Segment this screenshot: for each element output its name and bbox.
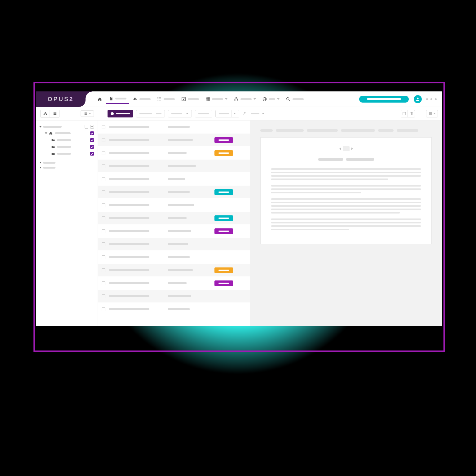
row-cell-2 [168,308,214,310]
table-row[interactable] [98,212,250,225]
svg-rect-15 [234,99,235,100]
tree-collapsed-node[interactable] [40,165,94,170]
svg-rect-2 [157,97,158,98]
status-tag [214,137,233,143]
tree-collapsed-node[interactable] [40,160,94,165]
nav-sitemap[interactable] [231,95,258,104]
view-list-button[interactable] [50,110,59,117]
preview-tab[interactable] [341,129,375,132]
add-folder-button[interactable]: + [90,125,94,129]
nav-documents[interactable] [106,94,129,104]
status-tag [214,267,233,273]
table-row[interactable] [98,186,250,199]
table-row[interactable] [98,238,250,251]
table-row[interactable] [98,264,250,277]
preview-tab[interactable] [397,129,418,132]
nav-label [212,98,223,100]
tree-checkbox[interactable] [90,145,94,149]
row-cell-1 [109,204,168,206]
filter-pill-3[interactable] [195,110,212,117]
view-options-dropdown[interactable] [426,110,438,117]
row-cell-1 [109,126,168,128]
table-row[interactable] [98,173,250,186]
brand-logo[interactable]: OPUS2 [36,91,86,107]
row-checkbox[interactable] [98,294,109,298]
table-row[interactable] [98,225,250,238]
row-cell-3 [214,137,245,143]
row-checkbox[interactable] [98,281,109,285]
table-row[interactable] [98,160,250,173]
prev-page-button[interactable] [339,148,341,150]
tree-folder[interactable] [40,137,94,143]
next-page-button[interactable] [351,148,353,150]
row-checkbox[interactable] [98,216,109,220]
row-checkbox[interactable] [98,190,109,194]
table-row[interactable] [98,290,250,303]
table-row[interactable] [98,303,250,316]
row-checkbox[interactable] [98,307,109,311]
nav-search[interactable] [283,95,306,104]
page-indicator[interactable] [343,146,350,151]
secondary-toolbar [36,107,442,121]
filter-primary-pill[interactable] [108,110,133,117]
folder-tree-sidebar: + [36,121,98,326]
row-checkbox[interactable] [98,164,109,168]
nav-home[interactable] [95,95,105,104]
svg-point-0 [134,98,135,99]
primary-cta-button[interactable] [359,96,409,103]
tree-checkbox[interactable] [90,152,94,156]
user-icon [416,97,420,101]
row-checkbox[interactable] [98,242,109,246]
layout-single-button[interactable] [401,110,408,117]
table-row[interactable] [98,147,250,160]
tree-root[interactable]: + [40,124,94,130]
tree-folder[interactable] [40,150,94,157]
list-sort-dropdown[interactable] [81,110,94,117]
tree-checkbox[interactable] [90,131,94,135]
preview-tab[interactable] [260,129,273,132]
table-row[interactable] [98,134,250,147]
nav-grid[interactable] [203,95,230,104]
row-checkbox[interactable] [98,203,109,207]
svg-rect-3 [159,97,161,98]
layout-split-button[interactable] [408,110,415,117]
view-tree-button[interactable] [41,110,50,117]
tree-home[interactable] [40,130,94,137]
row-checkbox[interactable] [98,255,109,259]
table-row[interactable] [98,277,250,290]
filter-pill-2[interactable] [168,110,192,117]
tree-checkbox[interactable] [90,138,94,142]
row-cell-1 [109,152,168,154]
pill-label [171,113,182,114]
filter-pill-4[interactable] [215,110,239,117]
user-avatar[interactable] [414,95,422,103]
collapse-all-button[interactable] [85,125,88,129]
tree-folder[interactable] [40,143,94,150]
row-checkbox[interactable] [98,177,109,181]
row-checkbox[interactable] [98,268,109,272]
row-checkbox[interactable] [98,151,109,155]
svg-rect-26 [53,112,53,112]
nav-globe[interactable] [260,95,282,104]
nav-people[interactable] [130,95,153,104]
square-icon [403,112,406,115]
nav-list[interactable] [154,95,177,104]
preview-tab[interactable] [307,129,338,132]
row-checkbox[interactable] [98,125,109,129]
chevron-down-icon [262,113,264,114]
preview-tab[interactable] [378,129,394,132]
table-row[interactable] [98,199,250,212]
table-row[interactable] [98,121,250,134]
settings-dropdown[interactable] [249,110,266,117]
preview-tab[interactable] [276,129,304,132]
wrench-icon[interactable] [242,112,246,116]
dot-icon [426,98,428,100]
brand-text: OPUS2 [48,96,74,103]
text-line [271,229,349,230]
filter-pill-1[interactable] [136,110,165,117]
nav-edit[interactable] [178,95,201,104]
row-checkbox[interactable] [98,229,109,233]
more-menu[interactable] [426,98,437,100]
row-checkbox[interactable] [98,138,109,142]
table-row[interactable] [98,251,250,264]
